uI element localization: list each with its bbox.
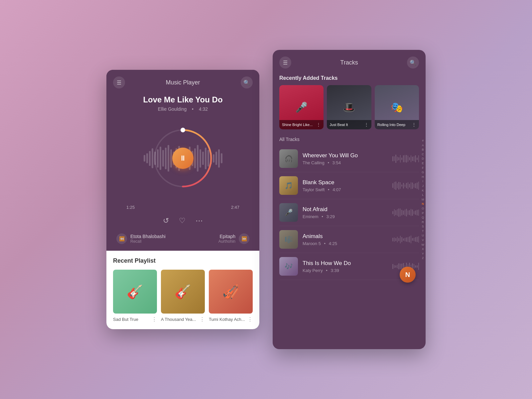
track-artist: Ellie Goulding xyxy=(158,106,187,112)
pause-button[interactable]: ⏸ xyxy=(172,148,194,169)
track-duration-4: 4:25 xyxy=(329,241,337,246)
playback-controls: ↺ ♡ ⋯ xyxy=(113,216,253,225)
track-info-3: Not Afraid Eminem • 3:29 xyxy=(303,206,388,219)
alpha-char-v[interactable]: V xyxy=(422,238,424,242)
table-row[interactable]: 🎼 Animals Maroon 5 • 4:25 xyxy=(279,226,419,253)
list-item[interactable]: 🎩 Just Beat It ⋮ xyxy=(327,85,371,129)
recent-track-name-1: Shine Bright Like... xyxy=(282,123,313,127)
tracks-title: Tracks xyxy=(340,59,358,66)
prev-arrow: ⏪ xyxy=(116,233,127,244)
list-item[interactable]: 🎤 Shine Bright Like... ⋮ xyxy=(279,85,324,129)
music-player-panel: ☰ Music Player 🔍 Love Me Like You Do Ell… xyxy=(106,70,259,329)
search-button[interactable]: 🔍 xyxy=(241,76,253,88)
prev-track[interactable]: ⏪ Etota Bhalobashi Recall xyxy=(116,233,166,244)
track-name-1: Wherever You Will Go xyxy=(303,152,388,159)
track-duration-1: 3:54 xyxy=(332,160,341,165)
track-waveform-3 xyxy=(392,207,419,217)
search-icon: 🔍 xyxy=(243,79,250,86)
alpha-char-c[interactable]: C xyxy=(422,152,424,157)
playlist-thumb-1: 🎸 xyxy=(113,270,157,314)
playlist-thumb-2: 🎸 xyxy=(161,270,205,314)
playlist-more-btn-1[interactable]: ⋮ xyxy=(152,316,157,323)
track-meta-5: Katy Perry • 3:39 xyxy=(303,268,388,273)
table-row[interactable]: 🎶 This Is How We Do Katy Perry • 3:39 xyxy=(279,253,419,280)
playlist-more-btn-3[interactable]: ⋮ xyxy=(247,316,253,323)
alpha-char-b[interactable]: B xyxy=(422,148,424,152)
track-duration-5: 3:39 xyxy=(331,268,339,273)
thumb-3-bg: 🎻 xyxy=(209,270,253,314)
list-item[interactable]: 🎭 Rolling Into Deep ⋮ xyxy=(375,85,419,129)
alpha-char-f[interactable]: F xyxy=(422,166,424,170)
list-item[interactable]: 🎸 A Thousand Yea... ⋮ xyxy=(161,270,205,323)
table-row[interactable]: 🎵 Blank Space Taylor Swift • 4:07 xyxy=(279,172,419,199)
alpha-char-k[interactable]: K xyxy=(422,189,424,193)
playlist-section: Recent Playlist 🎸 Sad But True ⋮ 🎸 A Tho… xyxy=(106,251,259,329)
recent-more-btn-2[interactable]: ⋮ xyxy=(364,122,369,127)
playlist-item-name-2: A Thousand Yea... xyxy=(161,317,196,322)
thumb-1-bg: 🎸 xyxy=(113,270,157,314)
recent-more-btn-1[interactable]: ⋮ xyxy=(316,122,321,127)
track-duration-2: 4:07 xyxy=(332,187,341,192)
recent-more-btn-3[interactable]: ⋮ xyxy=(412,122,416,127)
track-info-1: Wherever You Will Go The Calling • 3:54 xyxy=(303,152,388,165)
alpha-char-t[interactable]: T xyxy=(422,229,424,233)
menu-icon: ☰ xyxy=(117,79,121,86)
track-info-4: Animals Maroon 5 • 4:25 xyxy=(303,233,388,246)
share-button[interactable]: ⋯ xyxy=(196,216,203,225)
table-row[interactable]: 🎤 Not Afraid Eminem • 3:29 xyxy=(279,199,419,226)
alpha-char-x[interactable]: X xyxy=(422,247,424,251)
alpha-char-n[interactable]: N xyxy=(422,202,424,206)
track-artist-5: Katy Perry xyxy=(303,268,323,273)
alpha-char-z[interactable]: Z xyxy=(422,256,424,260)
alpha-char-#[interactable]: # xyxy=(422,139,424,143)
track-meta-2: Taylor Swift • 4:07 xyxy=(303,187,388,192)
alpha-char-m[interactable]: M xyxy=(422,198,424,202)
playlist-more-btn-2[interactable]: ⋮ xyxy=(200,316,205,323)
n-badge: N xyxy=(400,267,416,283)
alpha-char-j[interactable]: J xyxy=(422,184,424,188)
alpha-char-h[interactable]: H xyxy=(422,175,424,179)
alpha-char-p[interactable]: P xyxy=(422,211,424,215)
track-title: Love Me Like You Do xyxy=(113,95,253,104)
thumb-2-bg: 🎸 xyxy=(161,270,205,314)
track-thumb-3: 🎤 xyxy=(279,203,298,222)
next-track-name: Epitaph xyxy=(218,234,235,239)
tracks-menu-icon: ☰ xyxy=(283,60,288,66)
track-artist-4: Maroon 5 xyxy=(303,241,321,246)
track-duration: 4:32 xyxy=(199,106,208,112)
alpha-char-u[interactable]: U xyxy=(422,233,424,238)
tracks-panel: ☰ Tracks 🔍 Recently Added Tracks 🎤 Shine… xyxy=(273,50,426,349)
table-row[interactable]: 🎧 Wherever You Will Go The Calling • 3:5… xyxy=(279,145,419,172)
now-playing-info: Love Me Like You Do Ellie Goulding • 4:3… xyxy=(113,95,253,112)
list-item[interactable]: 🎸 Sad But True ⋮ xyxy=(113,270,157,323)
visualizer-container: ⏸ xyxy=(113,115,253,201)
alpha-char-e[interactable]: E xyxy=(422,161,424,166)
favorite-button[interactable]: ♡ xyxy=(179,216,186,225)
tracks-list: 🎧 Wherever You Will Go The Calling • 3:5… xyxy=(273,145,426,349)
tracks-search-button[interactable]: 🔍 xyxy=(407,57,419,68)
menu-button[interactable]: ☰ xyxy=(113,76,125,88)
repeat-button[interactable]: ↺ xyxy=(163,216,169,225)
recent-thumb-footer-3: Rolling Into Deep ⋮ xyxy=(375,120,419,129)
alpha-char-a[interactable]: A xyxy=(422,143,424,148)
alpha-char-r[interactable]: R xyxy=(422,220,424,224)
next-track[interactable]: Epitaph Aurthohin ⏩ xyxy=(218,233,249,244)
alpha-char-i[interactable]: I xyxy=(422,179,423,184)
prev-track-album: Recall xyxy=(130,239,166,244)
list-item[interactable]: 🎻 Tumi Kothay Ach... ⋮ xyxy=(209,270,253,323)
track-info-2: Blank Space Taylor Swift • 4:07 xyxy=(303,179,388,192)
alpha-char-s[interactable]: S xyxy=(422,224,424,229)
alpha-char-w[interactable]: W xyxy=(422,243,425,247)
player-section: ☰ Music Player 🔍 Love Me Like You Do Ell… xyxy=(106,70,259,251)
alpha-char-o[interactable]: O xyxy=(422,206,424,211)
track-name-5: This Is How We Do xyxy=(303,260,388,267)
alpha-char-y[interactable]: Y xyxy=(422,252,424,256)
alpha-char-g[interactable]: G xyxy=(422,170,424,175)
alpha-char-q[interactable]: Q xyxy=(422,215,424,220)
track-thumb-2: 🎵 xyxy=(279,176,298,195)
alpha-char-l[interactable]: L xyxy=(422,193,424,197)
recent-thumbs: 🎤 Shine Bright Like... ⋮ 🎩 Just Beat It … xyxy=(273,85,426,135)
alpha-char-d[interactable]: D xyxy=(422,157,424,161)
tracks-menu-button[interactable]: ☰ xyxy=(279,57,291,68)
time-labels: 1:25 2:47 xyxy=(113,205,253,210)
